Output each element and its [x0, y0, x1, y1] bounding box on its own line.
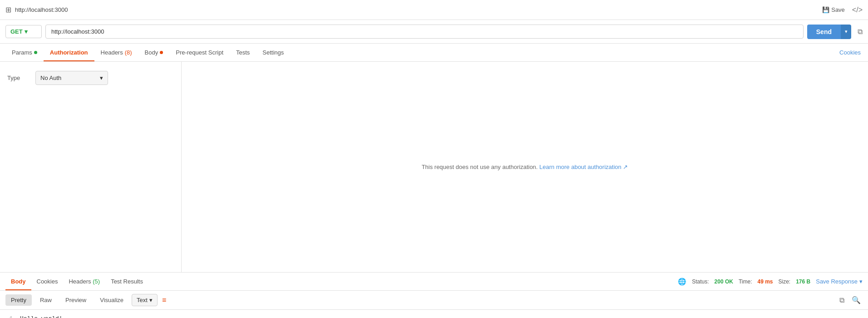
- format-lines-icon[interactable]: ≡: [162, 296, 166, 304]
- visualize-button[interactable]: Visualize: [94, 294, 129, 306]
- send-dropdown-button[interactable]: ▾: [841, 25, 851, 39]
- preview-button[interactable]: Preview: [60, 294, 92, 306]
- auth-left: Type No Auth ▾: [0, 62, 182, 272]
- cookies-link[interactable]: Cookies: [838, 49, 863, 56]
- time-value: 49 ms: [757, 278, 773, 285]
- type-dropdown-icon: ▾: [100, 75, 103, 81]
- time-label: Time:: [739, 278, 752, 285]
- resp-tab-body-label: Body: [11, 278, 26, 285]
- resp-tab-headers-label: Headers: [69, 278, 91, 285]
- text-format-label: Text: [137, 297, 148, 303]
- top-bar: ⊞ http://localhost:3000 💾 Save </>: [0, 0, 868, 20]
- type-label: Type: [7, 75, 30, 81]
- save-disk-icon: 💾: [822, 6, 829, 13]
- save-response-dropdown-icon: ▾: [859, 278, 863, 285]
- tab-tests-label: Tests: [236, 49, 250, 56]
- send-btn-group: Send ▾: [807, 25, 851, 39]
- top-bar-right: 💾 Save </>: [822, 6, 863, 14]
- text-format-select[interactable]: Text ▾: [132, 294, 158, 306]
- copy-button[interactable]: ⧉: [858, 28, 863, 36]
- method-select[interactable]: GET ▾: [5, 25, 42, 38]
- auth-right: This request does not use any authorizat…: [182, 62, 868, 272]
- learn-more-link[interactable]: Learn more about authorization ↗: [539, 164, 628, 170]
- copy-response-button[interactable]: ⧉: [838, 294, 846, 306]
- code-button[interactable]: </>: [852, 6, 863, 14]
- tab-params[interactable]: Params: [5, 45, 44, 61]
- tabs-left: Params Authorization Headers (8) Body Pr…: [5, 45, 290, 61]
- body-dot: [160, 51, 163, 54]
- auth-message-text: This request does not use any authorizat…: [422, 164, 538, 170]
- code-content-1: Hello world!: [20, 315, 63, 318]
- line-num-1: 1: [4, 316, 13, 318]
- code-line-1: 1 Hello world!: [4, 315, 864, 318]
- tab-authorization[interactable]: Authorization: [44, 45, 94, 61]
- format-right: ⧉ 🔍: [838, 294, 863, 306]
- code-area: 1 Hello world!: [0, 310, 868, 318]
- globe-icon: 🌐: [678, 278, 686, 286]
- type-select[interactable]: No Auth ▾: [35, 71, 108, 85]
- tab-body[interactable]: Body: [138, 45, 170, 61]
- status-group: Status: 200 OK Time: 49 ms Size: 176 B: [692, 278, 810, 285]
- status-value: 200 OK: [715, 278, 733, 285]
- resp-right: 🌐 Status: 200 OK Time: 49 ms Size: 176 B…: [678, 278, 863, 286]
- method-dropdown-icon: ▾: [25, 28, 28, 35]
- url-input[interactable]: [45, 25, 804, 39]
- save-button[interactable]: 💾 Save: [822, 6, 845, 13]
- tabs-bar: Params Authorization Headers (8) Body Pr…: [0, 44, 868, 62]
- text-format-dropdown-icon: ▾: [149, 297, 153, 303]
- method-label: GET: [10, 28, 23, 35]
- response-header: Body Cookies Headers (5) Test Results 🌐 …: [0, 273, 868, 291]
- format-bar: Pretty Raw Preview Visualize Text ▾ ≡ ⧉ …: [0, 291, 868, 310]
- response-body: 1 Hello world!: [0, 310, 868, 318]
- resp-tab-headers[interactable]: Headers (5): [63, 273, 105, 290]
- resp-tab-cookies-label: Cookies: [37, 278, 58, 285]
- save-response-button[interactable]: Save Response ▾: [816, 278, 863, 285]
- resp-tab-test-results[interactable]: Test Results: [105, 273, 148, 290]
- tab-prerequest-label: Pre-request Script: [176, 49, 223, 56]
- tab-body-label: Body: [145, 49, 158, 56]
- resp-headers-count: (5): [93, 278, 100, 285]
- auth-message: This request does not use any authorizat…: [422, 164, 628, 170]
- search-response-button[interactable]: 🔍: [850, 294, 863, 306]
- tab-settings[interactable]: Settings: [256, 45, 290, 61]
- save-response-label: Save Response: [816, 278, 858, 285]
- top-bar-url: http://localhost:3000: [15, 6, 68, 13]
- type-value: No Auth: [40, 75, 61, 81]
- headers-count: (8): [125, 49, 132, 56]
- pretty-button[interactable]: Pretty: [5, 294, 32, 306]
- resp-tab-test-results-label: Test Results: [111, 278, 143, 285]
- type-row: Type No Auth ▾: [7, 71, 174, 85]
- size-label: Size:: [779, 278, 791, 285]
- tab-settings-label: Settings: [262, 49, 284, 56]
- resp-tabs: Body Cookies Headers (5) Test Results: [5, 273, 148, 290]
- tab-tests[interactable]: Tests: [230, 45, 256, 61]
- raw-button[interactable]: Raw: [35, 294, 57, 306]
- top-bar-left: ⊞ http://localhost:3000: [5, 5, 68, 14]
- params-dot: [34, 51, 37, 54]
- tab-params-label: Params: [12, 49, 32, 56]
- resp-tab-cookies[interactable]: Cookies: [31, 273, 64, 290]
- grid-icon: ⊞: [5, 5, 11, 14]
- size-value: 176 B: [796, 278, 810, 285]
- auth-section: Type No Auth ▾ This request does not use…: [0, 62, 868, 273]
- tab-headers[interactable]: Headers (8): [94, 45, 138, 61]
- tab-headers-label: Headers: [101, 49, 123, 56]
- tab-authorization-label: Authorization: [50, 49, 88, 56]
- url-bar: GET ▾ Send ▾ ⧉: [0, 20, 868, 44]
- send-button[interactable]: Send: [807, 25, 841, 39]
- tab-prerequest[interactable]: Pre-request Script: [169, 45, 230, 61]
- resp-tab-body[interactable]: Body: [5, 273, 31, 290]
- status-label: Status:: [692, 278, 709, 285]
